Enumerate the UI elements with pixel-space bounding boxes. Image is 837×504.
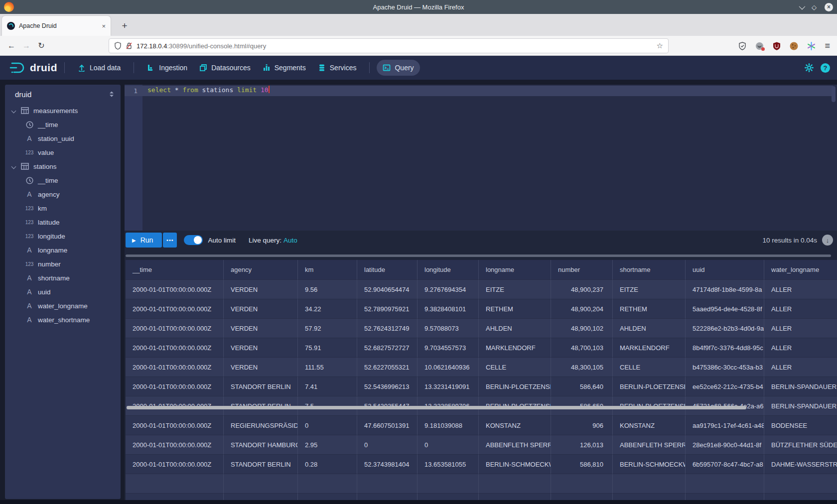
cell-shortname[interactable]: ABBENFLETH SPERRWER (613, 435, 686, 455)
cell-number[interactable]: 48,900,204 (551, 299, 613, 319)
cell-water_longname[interactable]: ALLER (764, 358, 837, 377)
cell-longname[interactable]: BERLIN-SCHMOECKWITZ (479, 455, 551, 474)
cell-water_longname[interactable]: ALLER (764, 280, 837, 299)
cell-water_longname[interactable]: BERLIN-SPANDAUER-S (764, 377, 837, 396)
cell-number[interactable]: 126,013 (551, 435, 613, 455)
cell-longname[interactable]: MARKLENDORF (479, 338, 551, 358)
double-caret-vertical-icon[interactable] (109, 91, 115, 98)
cell-longname[interactable]: AHLDEN (479, 319, 551, 338)
cell-longname[interactable]: EITZE (479, 280, 551, 299)
settings-gear-icon[interactable] (805, 63, 814, 72)
nav-query[interactable]: Query (377, 60, 419, 76)
cell-__time[interactable]: 2000-01-01T00:00:00.000Z (126, 416, 224, 435)
tree-column-km[interactable]: 123km (5, 201, 121, 215)
cell-number[interactable]: 48,900,237 (551, 280, 613, 299)
window-maximize-icon[interactable]: ◇ (812, 4, 817, 10)
cell-uuid[interactable]: aa9179c1-17ef-4c61-a48 (686, 416, 764, 435)
cell-latitude[interactable]: 52.7890975921 (357, 299, 418, 319)
cell-shortname[interactable]: EITZE (613, 280, 686, 299)
cell-longname[interactable]: ABBENFLETH SPERRWER (479, 435, 551, 455)
cell-agency[interactable]: STANDORT HAMBURG (224, 435, 298, 455)
tree-column-shortname[interactable]: Ashortname (5, 271, 121, 285)
tree-column-__time[interactable]: __time (5, 173, 121, 187)
cell-km[interactable]: 9.56 (298, 280, 357, 299)
column-header-agency[interactable]: agency (224, 260, 298, 280)
cell-number[interactable]: 48,900,102 (551, 319, 613, 338)
cell-__time[interactable]: 2000-01-01T00:00:00.000Z (126, 358, 224, 377)
cell-longitude[interactable]: 0 (418, 435, 479, 455)
cell-km[interactable]: 111.55 (298, 358, 357, 377)
tree-column-agency[interactable]: Aagency (5, 187, 121, 201)
column-header-latitude[interactable]: latitude (357, 260, 418, 280)
tree-column-latitude[interactable]: 123latitude (5, 215, 121, 229)
ublock-origin-icon[interactable] (773, 42, 781, 50)
run-more-button[interactable]: ••• (163, 233, 177, 248)
cell-km[interactable]: 0.28 (298, 455, 357, 474)
cell-longname[interactable]: CELLE (479, 358, 551, 377)
cell-water_longname[interactable]: BÜTZFLETHER SÜDERE (764, 435, 837, 455)
live-query-value[interactable]: Auto (283, 237, 297, 244)
cell-__time[interactable]: 2000-01-01T00:00:00.000Z (126, 435, 224, 455)
cell-__time[interactable]: 2000-01-01T00:00:00.000Z (126, 319, 224, 338)
tree-column-longitude[interactable]: 123longitude (5, 229, 121, 243)
cell-__time[interactable]: 2000-01-01T00:00:00.000Z (126, 377, 224, 396)
extension-shield-icon[interactable] (738, 42, 746, 50)
cell-uuid[interactable]: b475386c-30cc-453a-b3 (686, 358, 764, 377)
tree-column-__time[interactable]: __time (5, 118, 121, 131)
cell-latitude[interactable]: 0 (357, 435, 418, 455)
cell-shortname[interactable]: BERLIN-PLOETZENSEE O (613, 377, 686, 396)
nav-datasources[interactable]: Datasources (193, 60, 257, 76)
cell-number[interactable]: 906 (551, 416, 613, 435)
cell-longitude[interactable]: 9.2767694354 (418, 280, 479, 299)
cell-__time[interactable]: 2000-01-01T00:00:00.000Z (126, 338, 224, 358)
tree-column-longname[interactable]: Alongname (5, 243, 121, 257)
cell-uuid[interactable]: 28ec91e8-90c0-44d1-8f (686, 435, 764, 455)
url-bar[interactable]: 172.18.0.4:30899/unified-console.html#qu… (109, 38, 669, 53)
cell-water_longname[interactable]: BODENSEE (764, 416, 837, 435)
column-header-uuid[interactable]: uuid (686, 260, 764, 280)
cookie-icon[interactable] (790, 42, 798, 50)
cell-longname[interactable]: KONSTANZ (479, 416, 551, 435)
cell-longitude[interactable]: 13.653581055 (418, 455, 479, 474)
window-minimize-icon[interactable] (799, 3, 806, 9)
run-button[interactable]: ▶ Run (126, 233, 162, 248)
chevron-down-icon[interactable] (11, 108, 16, 113)
insecure-lock-icon[interactable] (126, 42, 133, 50)
cell-shortname[interactable]: BERLIN-SCHMOECKWITZ (613, 455, 686, 474)
cell-shortname[interactable]: MARKLENDORF (613, 338, 686, 358)
tab-close-icon[interactable]: × (102, 22, 106, 30)
cell-water_longname[interactable]: DAHME-WASSERSTRAS (764, 455, 837, 474)
cell-agency[interactable]: VERDEN (224, 319, 298, 338)
menu-button[interactable]: ≡ (825, 41, 830, 51)
tree-column-water_longname[interactable]: Awater_longname (5, 299, 121, 313)
splitter-handle[interactable] (126, 254, 831, 257)
cell-km[interactable]: 0 (298, 416, 357, 435)
forward-button[interactable]: → (19, 41, 34, 50)
column-header-km[interactable]: km (298, 260, 357, 280)
cell-latitude[interactable]: 52.3743981404 (357, 455, 418, 474)
url-text[interactable]: 172.18.0.4:30899/unified-console.html#qu… (137, 42, 653, 50)
cell-latitude[interactable]: 52.9040654474 (357, 280, 418, 299)
horizontal-scrollbar[interactable] (126, 405, 835, 410)
cell-agency[interactable]: REGIERUNGSPRÄSIDIUM (224, 416, 298, 435)
nav-segments[interactable]: Segments (257, 60, 312, 76)
help-icon[interactable]: ? (821, 63, 830, 73)
tree-table-measurements[interactable]: measurements (5, 104, 121, 118)
cell-number[interactable]: 586,810 (551, 455, 613, 474)
cell-km[interactable]: 2.95 (298, 435, 357, 455)
editor-scrollbar[interactable] (832, 86, 836, 102)
nav-ingestion[interactable]: Ingestion (141, 60, 193, 76)
cell-uuid[interactable]: 47174d8f-1b8e-4599-8a (686, 280, 764, 299)
cell-longitude[interactable]: 10.0621640936 (418, 358, 479, 377)
cell-latitude[interactable]: 52.7624312749 (357, 319, 418, 338)
tracking-shield-icon[interactable] (114, 42, 122, 50)
cell-latitude[interactable]: 52.6827572727 (357, 338, 418, 358)
tree-column-uuid[interactable]: Auuid (5, 285, 121, 299)
multi-account-containers-icon[interactable] (755, 42, 764, 50)
tree-table-stations[interactable]: stations (5, 159, 121, 173)
cell-agency[interactable]: VERDEN (224, 280, 298, 299)
column-header-number[interactable]: number (551, 260, 613, 280)
cell-km[interactable]: 57.92 (298, 319, 357, 338)
cell-water_longname[interactable]: ALLER (764, 319, 837, 338)
horizontal-scrollbar-thumb[interactable] (127, 406, 746, 409)
